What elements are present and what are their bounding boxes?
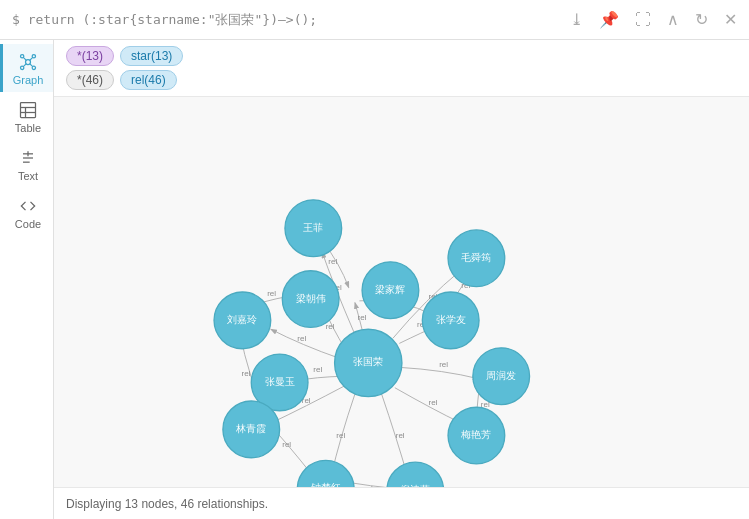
svg-text:rel: rel [313, 365, 322, 374]
tag-rel[interactable]: rel(46) [120, 70, 177, 90]
svg-point-59 [297, 460, 354, 487]
svg-point-63 [387, 462, 444, 487]
graph-nodes[interactable]: 张国荣 王菲 梁家辉 梁朝伟 [214, 200, 530, 487]
sidebar-item-graph-label: Graph [13, 74, 44, 86]
toolbar-icons: ⤓ 📌 ⛶ ∧ ↻ ✕ [570, 10, 737, 29]
sidebar-item-text-label: Text [18, 170, 38, 182]
refresh-icon[interactable]: ↻ [695, 10, 708, 29]
pin-icon[interactable]: 📌 [599, 10, 619, 29]
svg-text:rel: rel [282, 440, 291, 449]
tags-row-1: *(13) star(13) [66, 46, 737, 66]
node-zhangjiayu[interactable]: 张学友 [422, 292, 479, 349]
node-zhangguorong[interactable]: 张国荣 [335, 329, 402, 396]
tag-all-nodes[interactable]: *(13) [66, 46, 114, 66]
svg-point-49 [422, 292, 479, 349]
sidebar-item-graph[interactable]: Graph [0, 44, 53, 92]
svg-line-5 [24, 58, 26, 61]
tags-bar: *(13) star(13) *(46) rel(46) [54, 40, 749, 97]
node-nigushera[interactable]: 倪诗蕾 [387, 462, 444, 487]
content-area: *(13) star(13) *(46) rel(46) rel [54, 40, 749, 519]
svg-point-45 [282, 271, 339, 328]
svg-text:rel: rel [297, 334, 306, 343]
expand-icon[interactable]: ⛶ [635, 11, 651, 29]
svg-text:rel: rel [242, 369, 251, 378]
svg-point-1 [21, 55, 24, 58]
svg-text:rel: rel [358, 313, 367, 322]
svg-point-4 [32, 66, 35, 69]
svg-point-61 [448, 407, 505, 464]
graph-area[interactable]: rel rel rel rel rel rel [54, 97, 749, 487]
status-bar: Displaying 13 nodes, 46 relationships. [54, 487, 749, 519]
up-icon[interactable]: ∧ [667, 10, 679, 29]
sidebar-item-text[interactable]: Text [0, 140, 53, 188]
sidebar: Graph Table Text Cod [0, 40, 54, 519]
tag-all-rels[interactable]: *(46) [66, 70, 114, 90]
close-icon[interactable]: ✕ [724, 10, 737, 29]
svg-text:rel: rel [396, 431, 405, 440]
svg-point-43 [362, 262, 419, 319]
svg-text:rel: rel [267, 289, 276, 298]
svg-text:rel: rel [328, 257, 337, 266]
node-linqinxia[interactable]: 林青霞 [223, 401, 280, 458]
download-icon[interactable]: ⤓ [570, 10, 583, 29]
node-wangfei[interactable]: 王菲 [285, 200, 342, 257]
sidebar-item-table[interactable]: Table [0, 92, 53, 140]
node-liangjiahui[interactable]: 梁家辉 [362, 262, 419, 319]
sidebar-item-code[interactable]: Code [0, 188, 53, 236]
node-zhongchuhong[interactable]: 钟楚红 [297, 460, 354, 487]
svg-point-41 [285, 200, 342, 257]
status-text: Displaying 13 nodes, 46 relationships. [66, 497, 268, 511]
sidebar-item-code-label: Code [15, 218, 41, 230]
main-content: Graph Table Text Cod [0, 40, 749, 519]
svg-text:rel: rel [439, 360, 448, 369]
prompt-symbol: $ return (:star{starname:"张国荣"})—>(); [12, 11, 317, 29]
sidebar-item-table-label: Table [15, 122, 41, 134]
tags-row-2: *(46) rel(46) [66, 70, 737, 90]
node-meiyanbao[interactable]: 梅艳芳 [448, 407, 505, 464]
svg-point-2 [32, 55, 35, 58]
node-maoweichou[interactable]: 毛舜筠 [448, 230, 505, 287]
svg-line-6 [30, 58, 33, 61]
svg-rect-9 [21, 103, 36, 118]
node-liangchaowei[interactable]: 梁朝伟 [282, 271, 339, 328]
query-display: $ return (:star{starname:"张国荣"})—>(); [12, 11, 317, 29]
svg-point-3 [21, 66, 24, 69]
svg-text:rel: rel [429, 398, 438, 407]
svg-text:rel: rel [326, 322, 335, 331]
svg-line-8 [30, 64, 33, 66]
svg-point-51 [448, 230, 505, 287]
svg-text:rel: rel [364, 484, 373, 487]
svg-line-7 [24, 64, 26, 66]
node-liujialin[interactable]: 刘嘉玲 [214, 292, 271, 349]
title-bar: $ return (:star{starname:"张国荣"})—>(); ⤓ … [0, 0, 749, 40]
graph-svg: rel rel rel rel rel rel [54, 97, 749, 487]
svg-text:rel: rel [336, 431, 345, 440]
svg-point-47 [214, 292, 271, 349]
tag-star-nodes[interactable]: star(13) [120, 46, 183, 66]
node-zhourundfa[interactable]: 周润发 [473, 348, 530, 405]
svg-point-57 [223, 401, 280, 458]
svg-point-53 [473, 348, 530, 405]
svg-point-39 [335, 329, 402, 396]
